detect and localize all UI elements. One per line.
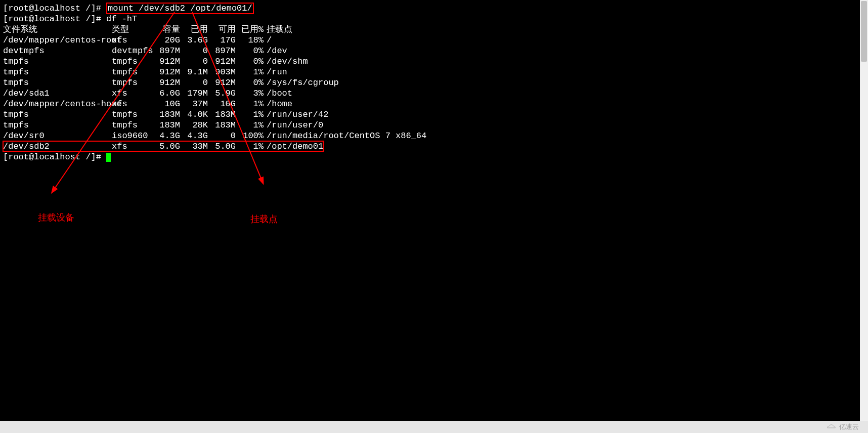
terminal-output[interactable]: [root@localhost /]# mount /dev/sdb2 /opt…: [3, 3, 865, 162]
df-row: /dev/sr0iso96604.3G4.3G0100%/run/media/r…: [3, 131, 865, 141]
df-row: /dev/mapper/centos-rootxfs20G3.6G17G18%/: [3, 35, 865, 46]
label-mount-device: 挂载设备: [38, 212, 74, 223]
df-row: tmpfstmpfs912M9.1M903M1%/run: [3, 67, 865, 77]
df-row: /dev/sdb2xfs5.0G33M5.0G1%/opt/demo01: [3, 141, 865, 152]
df-row: tmpfstmpfs183M4.0K183M1%/run/user/42: [3, 109, 865, 120]
df-row: devtmpfsdevtmpfs897M0897M0%/dev: [3, 46, 865, 56]
scrollbar-thumb[interactable]: [861, 1, 867, 62]
df-row: tmpfstmpfs183M28K183M1%/run/user/0: [3, 120, 865, 131]
cursor: [106, 153, 111, 162]
prompt-line-mount: [root@localhost /]# mount /dev/sdb2 /opt…: [3, 3, 865, 14]
label-mount-point: 挂载点: [250, 214, 278, 225]
df-header-row: 文件系统类型容量已用可用已用%挂载点: [3, 24, 865, 35]
df-row: tmpfstmpfs912M0912M0%/dev/shm: [3, 56, 865, 67]
df-row: tmpfstmpfs912M0912M0%/sys/fs/cgroup: [3, 77, 865, 88]
prompt-line-empty[interactable]: [root@localhost /]#: [3, 152, 865, 162]
prompt-line-df: [root@localhost /]# df -hT: [3, 14, 865, 24]
watermark: 亿速云: [826, 421, 859, 432]
df-row: /dev/mapper/centos-homexfs10G37M10G1%/ho…: [3, 99, 865, 109]
scrollbar[interactable]: [860, 0, 868, 421]
footer-strip: 亿速云: [0, 421, 868, 433]
df-row: /dev/sda1xfs6.0G179M5.9G3%/boot: [3, 88, 865, 99]
highlight-mount-cmd: mount /dev/sdb2 /opt/demo01/: [106, 3, 254, 14]
